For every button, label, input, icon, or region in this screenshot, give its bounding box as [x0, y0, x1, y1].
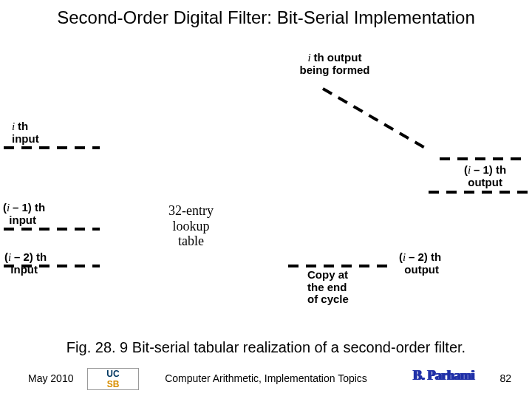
- svg-line-3: [323, 89, 425, 148]
- footer-author: B. Parhami: [413, 368, 474, 383]
- footer: May 2010 UC SB Computer Arithmetic, Impl…: [0, 368, 532, 390]
- figure-caption: Fig. 28. 9 Bit-serial tabular realizatio…: [0, 339, 532, 356]
- label-i2-output: (i – 2) th output: [399, 251, 441, 276]
- label-ith-output-forming: i th output being formed: [287, 52, 383, 76]
- label-ith-input: i th input: [12, 120, 39, 145]
- label-i2-input: (i – 2) th input: [4, 251, 47, 276]
- diagram-area: i th output being formed i th input (i –…: [0, 44, 532, 325]
- page-title: Second-Order Digital Filter: Bit-Serial …: [0, 7, 532, 28]
- label-i1-input: (i – 1) th input: [3, 202, 45, 226]
- label-i1-output: (i – 1) th output: [464, 164, 506, 188]
- label-copy-note: Copy at the end of cycle: [307, 269, 349, 306]
- label-lookup-table: 32-entry lookup table: [168, 203, 214, 249]
- diagram-wires: [0, 44, 532, 325]
- footer-pagenum: 82: [499, 372, 511, 384]
